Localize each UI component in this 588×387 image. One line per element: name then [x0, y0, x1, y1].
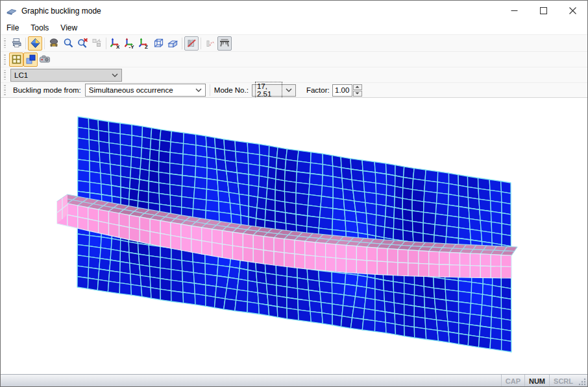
- chevron-down-icon: [282, 88, 292, 92]
- window-grid-icon: [11, 54, 22, 65]
- snapshot-button[interactable]: [38, 53, 52, 67]
- title-bar: Graphic buckling mode: [1, 1, 587, 21]
- element-fill-icon: [25, 54, 36, 65]
- printer-icon: [11, 38, 22, 49]
- minimize-icon: [511, 7, 518, 14]
- load-case-toolbar: LC1: [1, 67, 587, 82]
- buckling-mesh-canvas[interactable]: [1, 98, 587, 374]
- main-toolbar: X -Y Z: [1, 34, 587, 51]
- animation-button[interactable]: [203, 36, 217, 51]
- pan-button[interactable]: [90, 36, 104, 51]
- toolbar-separator: [210, 84, 210, 96]
- print-button[interactable]: [9, 36, 23, 51]
- pan-disabled-icon: [92, 38, 103, 49]
- menu-view[interactable]: View: [55, 22, 83, 34]
- view-neg-y-button[interactable]: -Y: [123, 36, 137, 51]
- perspective-cube-icon: [167, 38, 178, 49]
- minimize-button[interactable]: [500, 1, 529, 21]
- graphics-viewport[interactable]: [1, 98, 587, 374]
- svg-text:X: X: [116, 44, 120, 49]
- spin-down-button[interactable]: [353, 91, 362, 97]
- view-isometric-button[interactable]: [151, 36, 165, 51]
- mode-no-label: Mode No.:: [214, 86, 249, 94]
- element-fill-button[interactable]: [23, 53, 38, 67]
- maximize-icon: [540, 7, 547, 14]
- mode-no-select[interactable]: 17, 2.51: [252, 84, 296, 97]
- axis-z-icon: Z: [138, 38, 151, 49]
- shading-mode-button[interactable]: [28, 36, 42, 51]
- magnifier-icon: [63, 38, 74, 49]
- toolbar-grip[interactable]: [4, 38, 6, 49]
- caps-lock-indicator: CAP: [501, 375, 524, 387]
- result-table-button[interactable]: [217, 36, 232, 51]
- window-grid-button[interactable]: [9, 53, 23, 67]
- deformation-display-button[interactable]: [184, 36, 199, 51]
- shaded-gem-icon: [30, 38, 41, 49]
- view-x-button[interactable]: X: [108, 36, 123, 51]
- toolbar-separator: [182, 38, 182, 49]
- factor-spinner[interactable]: 1.00: [332, 84, 362, 97]
- menu-tools[interactable]: Tools: [25, 22, 55, 34]
- buckling-source-value: Simultaneous occurrence: [89, 86, 173, 94]
- maximize-button[interactable]: [529, 1, 558, 21]
- svg-text:-Y: -Y: [129, 44, 134, 49]
- view-toolbar: [1, 51, 587, 67]
- toolbar-grip[interactable]: [4, 54, 6, 65]
- view-z-button[interactable]: Z: [137, 36, 151, 51]
- load-case-select[interactable]: LC1: [10, 69, 122, 82]
- toolbar-grip[interactable]: [4, 85, 6, 95]
- workbench-icon: [219, 38, 230, 49]
- animation-disabled-icon: [205, 38, 216, 49]
- toolbar-separator: [25, 38, 26, 49]
- buckling-source-select[interactable]: Simultaneous occurrence: [85, 84, 206, 97]
- factor-label: Factor:: [306, 86, 330, 94]
- toolbar-separator: [106, 38, 106, 49]
- svg-text:Z: Z: [145, 44, 148, 49]
- menu-file[interactable]: File: [1, 22, 25, 34]
- load-case-value: LC1: [14, 71, 28, 79]
- axis-x-icon: X: [110, 38, 122, 49]
- status-bar: CAP NUM SCRL: [1, 374, 587, 387]
- zoom-reset-button[interactable]: [75, 36, 90, 51]
- arrow-down-icon: [355, 92, 360, 95]
- chevron-down-icon: [191, 88, 202, 92]
- wire-cube-icon: [153, 38, 164, 49]
- chevron-down-icon: [108, 73, 118, 77]
- render-icon: [49, 38, 60, 49]
- buckling-mode-label: Buckling mode from:: [13, 86, 81, 94]
- zoom-in-button[interactable]: [61, 36, 75, 51]
- toolbar-grip[interactable]: [4, 70, 6, 80]
- window-title: Graphic buckling mode: [21, 6, 101, 16]
- scroll-lock-indicator: SCRL: [549, 375, 577, 387]
- mode-no-value: 17, 2.51: [256, 82, 282, 98]
- arrow-up-icon: [355, 86, 360, 88]
- menu-bar: File Tools View: [1, 21, 587, 34]
- factor-value[interactable]: 1.00: [332, 84, 352, 97]
- toolbar-separator: [201, 38, 201, 49]
- app-icon: [6, 6, 17, 16]
- resize-grip-icon: [578, 378, 586, 386]
- num-lock-indicator: NUM: [524, 375, 549, 387]
- camera-icon: [39, 54, 51, 64]
- render-settings-button[interactable]: [47, 36, 61, 51]
- resize-grip[interactable]: [577, 375, 587, 387]
- deformation-icon: [186, 38, 197, 49]
- buckling-mode-toolbar: Buckling mode from: Simultaneous occurre…: [1, 82, 587, 98]
- view-perspective-button[interactable]: [165, 36, 180, 51]
- close-icon: [569, 7, 576, 14]
- spin-up-button[interactable]: [353, 84, 362, 90]
- toolbar-separator: [44, 38, 45, 49]
- app-window: Graphic buckling mode File Tools View: [0, 0, 588, 387]
- magnifier-off-icon: [77, 38, 88, 49]
- axis-neg-y-icon: -Y: [124, 38, 136, 49]
- close-button[interactable]: [558, 1, 587, 21]
